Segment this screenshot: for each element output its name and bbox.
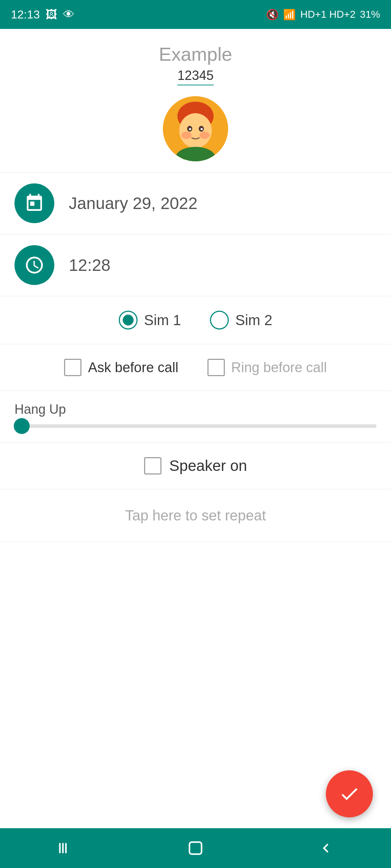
ask-before-call-label: Ask before call — [88, 360, 178, 375]
ring-before-call-checkbox[interactable] — [207, 359, 225, 376]
calendar-icon-circle — [14, 183, 54, 223]
sim2-option[interactable]: Sim 2 — [210, 311, 272, 329]
sim1-radio-inner — [123, 315, 134, 326]
svg-rect-15 — [189, 842, 201, 854]
status-mute-icon: 🔇 — [266, 9, 279, 21]
hangup-label: Hang Up — [14, 402, 377, 417]
speaker-on-item[interactable]: Speaker on — [144, 457, 247, 475]
svg-point-6 — [199, 132, 210, 139]
status-time: 12:13 — [11, 8, 40, 21]
nav-recent-button[interactable] — [56, 839, 74, 857]
clock-icon — [24, 255, 45, 275]
hangup-section: Hang Up — [0, 391, 391, 443]
sim1-option[interactable]: Sim 1 — [119, 311, 181, 329]
sim1-label: Sim 1 — [144, 312, 181, 328]
avatar-image — [163, 96, 228, 161]
status-battery: 31% — [360, 9, 380, 20]
svg-point-4 — [179, 113, 212, 148]
hangup-slider[interactable] — [14, 424, 377, 428]
speaker-row: Speaker on — [0, 443, 391, 489]
checkmark-icon — [339, 783, 360, 805]
status-photo-icon: 🖼 — [46, 8, 57, 21]
repeat-row[interactable]: Tap here to set repeat — [0, 489, 391, 542]
speaker-on-checkbox[interactable] — [144, 457, 161, 475]
home-icon — [186, 839, 205, 857]
svg-rect-14 — [65, 843, 67, 853]
ask-before-call-checkbox[interactable] — [64, 359, 81, 376]
fab-confirm-button[interactable] — [326, 770, 373, 817]
date-value: January 29, 2022 — [69, 193, 198, 213]
status-bar: 12:13 🖼 👁 🔇 📶 HD+1 HD+2 31% — [0, 0, 391, 29]
status-bar-right: 🔇 📶 HD+1 HD+2 31% — [266, 9, 380, 21]
recent-icon — [56, 839, 74, 857]
back-icon — [317, 839, 335, 857]
clock-icon-circle — [14, 245, 54, 285]
sim1-radio[interactable] — [119, 311, 138, 329]
time-row[interactable]: 12:28 — [0, 234, 391, 296]
ring-before-call-label: Ring before call — [231, 360, 327, 375]
svg-point-10 — [201, 128, 203, 130]
speaker-on-label: Speaker on — [169, 457, 247, 475]
svg-point-5 — [181, 132, 192, 139]
bottom-nav — [0, 828, 391, 868]
date-row[interactable]: January 29, 2022 — [0, 173, 391, 234]
header-section: Example 12345 — [0, 29, 391, 173]
ring-before-call-item[interactable]: Ring before call — [207, 359, 327, 376]
sim2-radio[interactable] — [210, 311, 229, 329]
ask-before-call-item[interactable]: Ask before call — [64, 359, 178, 376]
checkboxes-row: Ask before call Ring before call — [0, 344, 391, 391]
svg-rect-13 — [62, 843, 64, 853]
repeat-label: Tap here to set repeat — [125, 507, 266, 524]
header-title: Example — [159, 43, 232, 65]
status-wifi-icon: 📶 — [283, 9, 296, 21]
nav-home-button[interactable] — [186, 839, 205, 857]
nav-back-button[interactable] — [317, 839, 335, 857]
sim-selector-row: Sim 1 Sim 2 — [0, 296, 391, 344]
header-id: 12345 — [177, 68, 214, 85]
calendar-icon — [24, 193, 45, 213]
status-bar-left: 12:13 🖼 👁 — [11, 8, 75, 21]
svg-point-9 — [189, 128, 191, 130]
svg-rect-12 — [59, 843, 60, 853]
time-value: 12:28 — [69, 255, 110, 275]
status-signal-info: HD+1 HD+2 — [300, 9, 356, 20]
sim2-label: Sim 2 — [235, 312, 272, 328]
slider-thumb[interactable] — [14, 418, 30, 434]
avatar — [163, 96, 228, 161]
status-eye-icon: 👁 — [63, 8, 75, 21]
